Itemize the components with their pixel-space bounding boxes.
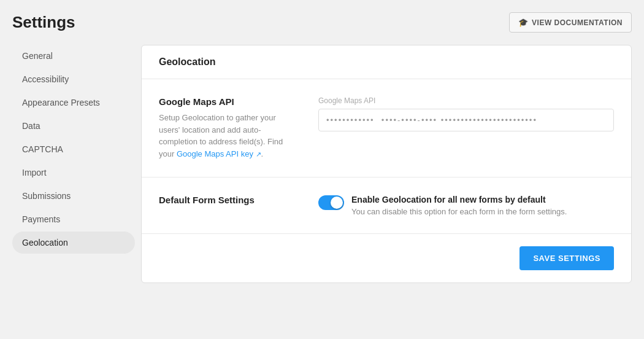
- form-footer: SAVE SETTINGS: [142, 234, 631, 282]
- default-form-label-title: Default Form Settings: [159, 195, 294, 205]
- google-maps-label-title: Google Maps API: [159, 96, 294, 107]
- google-maps-control-col: Google Maps API: [318, 96, 614, 131]
- sidebar: General Accessibility Appearance Presets…: [12, 45, 141, 283]
- sidebar-item-submissions[interactable]: Submissions: [12, 185, 135, 207]
- geolocation-toggle[interactable]: [318, 195, 344, 210]
- sidebar-item-accessibility[interactable]: Accessibility: [12, 68, 135, 90]
- sidebar-item-payments[interactable]: Payments: [12, 208, 135, 230]
- graduation-cap-icon: 🎓: [518, 18, 529, 27]
- view-documentation-button[interactable]: 🎓 VIEW DOCUMENTATION: [509, 12, 632, 33]
- toggle-thumb: [331, 197, 343, 209]
- external-link-icon: ↗: [256, 150, 261, 158]
- toggle-text-col: Enable Geolocation for all new forms by …: [351, 195, 614, 216]
- section-title: Geolocation: [159, 56, 614, 68]
- section-header: Geolocation: [142, 45, 631, 79]
- sidebar-item-appearance-presets[interactable]: Appearance Presets: [12, 92, 135, 114]
- default-form-settings-row: Default Form Settings Enable Geolocation…: [142, 177, 631, 234]
- toggle-track: [318, 195, 344, 210]
- google-maps-api-key-link[interactable]: Google Maps API key ↗: [177, 149, 261, 158]
- toggle-main-text: Enable Geolocation for all new forms by …: [351, 195, 614, 205]
- sidebar-item-geolocation[interactable]: Geolocation: [12, 232, 135, 254]
- google-maps-api-key-input[interactable]: [318, 109, 614, 131]
- api-key-field-label: Google Maps API: [318, 96, 614, 105]
- default-form-control-col: Enable Geolocation for all new forms by …: [318, 195, 614, 216]
- google-maps-label-desc: Setup Geolocation to gather your users' …: [159, 112, 294, 160]
- main-content-panel: Geolocation Google Maps API Setup Geoloc…: [141, 45, 632, 283]
- toggle-row: Enable Geolocation for all new forms by …: [318, 195, 614, 216]
- sidebar-item-general[interactable]: General: [12, 45, 135, 67]
- sidebar-item-captcha[interactable]: CAPTCHA: [12, 138, 135, 160]
- save-settings-button[interactable]: SAVE SETTINGS: [519, 246, 614, 270]
- sidebar-item-data[interactable]: Data: [12, 115, 135, 137]
- google-maps-api-row: Google Maps API Setup Geolocation to gat…: [142, 79, 631, 177]
- google-maps-label-col: Google Maps API Setup Geolocation to gat…: [159, 96, 294, 160]
- toggle-sub-text: You can disable this option for each for…: [351, 207, 614, 216]
- default-form-label-col: Default Form Settings: [159, 195, 294, 210]
- sidebar-item-import[interactable]: Import: [12, 162, 135, 184]
- page-title: Settings: [12, 13, 75, 32]
